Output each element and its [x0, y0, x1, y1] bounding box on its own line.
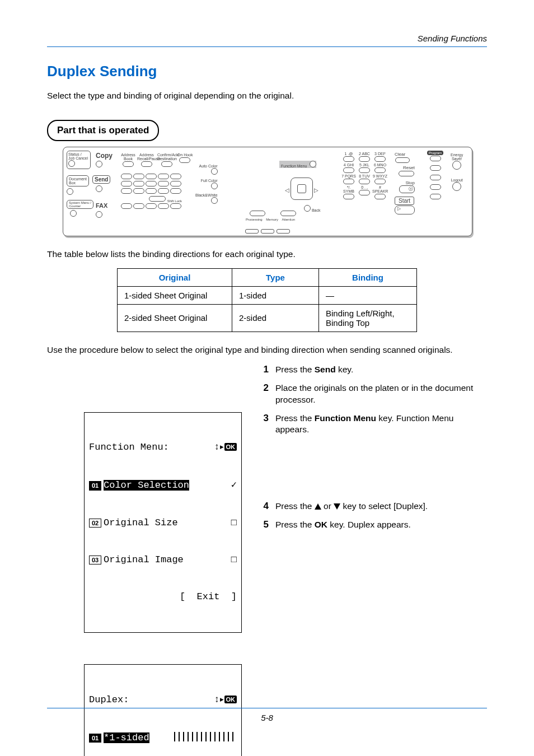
addr-recall[interactable]: Address Recall/Pause	[137, 153, 156, 168]
lcd1-item-num: 01	[89, 481, 101, 490]
running-header: Sending Functions	[47, 34, 487, 43]
function-menu-label: Function Menu	[279, 164, 308, 169]
black-white[interactable]: Black&White	[195, 193, 218, 204]
send-label: Send	[92, 175, 110, 184]
status-label: Status /	[68, 152, 82, 156]
indicator: Processing	[246, 218, 263, 221]
indicator: Attention	[282, 218, 295, 221]
jobcancel-label: Job Cancel	[68, 156, 88, 160]
misc-key-4[interactable]	[430, 194, 441, 199]
step-num: 1	[254, 364, 275, 376]
lcd1-item-label: Color Selection	[104, 480, 189, 491]
lcd-function-menu: Function Menu: ↕▸OK 01Color Selection ✓ …	[84, 412, 242, 633]
cursor-hatch-icon	[174, 732, 237, 741]
logout-key[interactable]: Logout	[451, 178, 463, 192]
ok-badge-icon: OK	[224, 443, 237, 451]
indicator: Memory	[266, 218, 278, 221]
th-binding: Binding	[319, 268, 417, 286]
status-key[interactable]	[68, 160, 75, 167]
copy-key[interactable]	[96, 161, 102, 167]
onetouch-row[interactable]	[120, 188, 182, 195]
sysmenu-label: System Menu / Counter	[67, 200, 93, 209]
start-key[interactable]: Start ▷	[395, 197, 415, 214]
lcd2-item-label: *1-sided	[104, 732, 149, 743]
lcd1-item-num: 02	[89, 519, 101, 528]
lcd2-item-num: 01	[89, 734, 101, 743]
lcd1-item-label: Original Size	[104, 517, 178, 528]
step-1: Press the Send key.	[275, 364, 487, 376]
stop-key[interactable]: Stopⓧ	[395, 180, 415, 193]
program-key[interactable]: Program	[427, 151, 443, 162]
lcd1-softkey: [ Exit ]	[89, 591, 237, 603]
step-num: 2	[254, 382, 275, 406]
confirm-dest[interactable]: Confirm/Add Destination	[157, 153, 176, 168]
reset-key[interactable]: Reset	[395, 165, 415, 178]
rule-bottom	[47, 708, 487, 708]
panel-foot	[245, 229, 259, 234]
copy-label: Copy	[96, 152, 113, 160]
step-2: Place the originals on the platen or in …	[275, 382, 487, 406]
nav-arrows-icon: ↕▸	[214, 442, 224, 452]
energy-saver-key[interactable]: Energy Saver	[451, 153, 463, 170]
step-num: 3	[254, 413, 275, 436]
up-triangle-icon	[315, 503, 321, 510]
lcd1-title: Function Menu:	[89, 441, 169, 454]
panel-foot	[261, 229, 274, 234]
onetouch-row[interactable]	[120, 180, 182, 188]
panel-foot	[277, 229, 290, 234]
lcd1-item-label: Original Image	[104, 554, 184, 565]
misc-key-1[interactable]	[430, 165, 441, 171]
rule-top	[47, 46, 487, 47]
control-panel-figure: Status /Job Cancel Copy Document Box Sen…	[63, 147, 487, 236]
ok-badge-icon: OK	[224, 696, 237, 703]
on-hook[interactable]: On Hook	[177, 153, 192, 164]
full-color[interactable]: Full Color	[195, 179, 218, 190]
lcd2-title: Duplex:	[89, 694, 129, 706]
table-intro: The table below lists the binding direct…	[47, 249, 487, 260]
misc-key-2[interactable]	[430, 175, 441, 180]
down-triangle-icon	[334, 503, 340, 510]
clear-key[interactable]: Clear	[395, 152, 415, 165]
table-row: 2-sided Sheet Original2-sidedBinding Lef…	[118, 304, 417, 332]
shift-lock[interactable]	[149, 196, 166, 202]
docbox-key[interactable]	[67, 188, 73, 195]
binding-table: Original Type Binding 1-sided Sheet Orig…	[117, 268, 417, 332]
check-icon: ✓	[231, 479, 237, 492]
fax-key[interactable]	[96, 211, 102, 218]
fax-label: FAX	[96, 202, 107, 209]
docbox-label: Document Box	[67, 175, 89, 186]
nav-arrows-icon: ↕▸	[214, 694, 224, 705]
page-number: 5-8	[47, 713, 487, 722]
submenu-icon: □	[231, 517, 237, 529]
step-num: 5	[254, 519, 275, 531]
th-original: Original	[118, 268, 232, 286]
misc-key-3[interactable]	[430, 184, 441, 190]
step-4: Press the or key to select [Duplex].	[275, 501, 487, 512]
send-key[interactable]	[96, 185, 102, 192]
procedure-intro: Use the procedure below to select the or…	[47, 344, 487, 356]
step-num: 4	[254, 501, 275, 512]
function-menu-area: Function Menu	[279, 161, 316, 168]
page-title: Duplex Sending	[47, 63, 487, 80]
step-3: Press the Function Menu key. Function Me…	[275, 413, 487, 436]
nav-ok[interactable]	[291, 178, 313, 200]
step-5: Press the OK key. Duplex appears.	[275, 519, 487, 531]
submenu-icon: □	[231, 554, 237, 566]
numeric-keypad[interactable]: 1 .@2 ABC3 DEF 4 GHI5 JKL6 MNO 7 PQRS8 T…	[341, 152, 388, 200]
softkey[interactable]	[280, 211, 296, 216]
table-row: 1-sided Sheet Original1-sided—	[118, 286, 417, 304]
auto-color[interactable]: Auto Color	[195, 164, 218, 175]
part-operated-pill: Part that is operated	[47, 120, 159, 141]
lcd1-item-num: 03	[89, 556, 101, 564]
intro-text: Select the type and binding of original …	[47, 90, 487, 102]
back-key[interactable]: Back	[304, 205, 321, 212]
onetouch-row[interactable]	[120, 203, 182, 210]
sysmenu-key[interactable]	[70, 210, 77, 217]
softkey[interactable]	[250, 211, 265, 216]
onetouch-row[interactable]	[120, 173, 182, 180]
addr-book[interactable]: Address Book	[120, 153, 136, 168]
function-menu-key[interactable]	[310, 161, 316, 167]
th-type: Type	[232, 268, 319, 286]
